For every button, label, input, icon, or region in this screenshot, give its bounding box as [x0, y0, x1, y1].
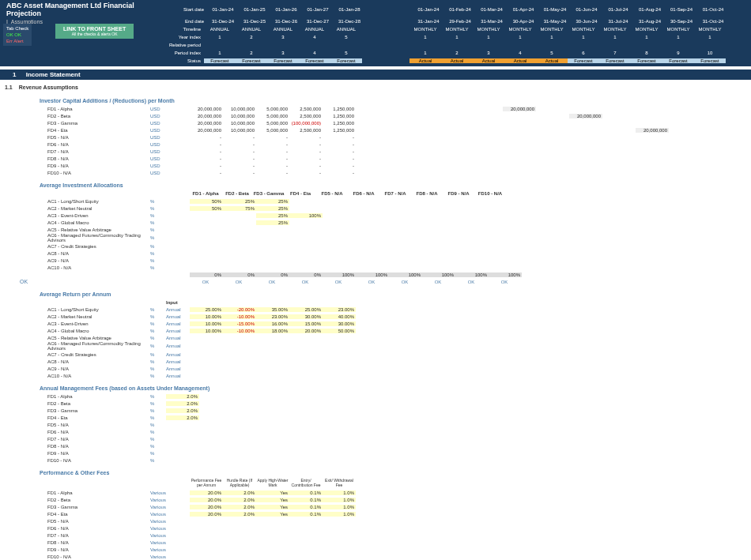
cell[interactable]: 1,250,000 — [323, 128, 356, 133]
cell[interactable]: - — [223, 142, 256, 147]
input-cell[interactable]: 0.1% — [289, 505, 323, 509]
input-cell[interactable]: 25.00% — [289, 307, 323, 312]
cell[interactable]: - — [223, 171, 256, 175]
cell[interactable]: 10,000,000 — [223, 114, 256, 118]
cell[interactable]: - — [323, 163, 356, 168]
cell[interactable]: - — [323, 149, 356, 154]
cell[interactable]: - — [223, 163, 256, 168]
cell[interactable]: 5,000,000 — [256, 107, 289, 111]
cell[interactable]: - — [256, 142, 289, 147]
input-cell[interactable]: 25% — [256, 199, 289, 204]
cell[interactable]: - — [256, 149, 289, 154]
cell[interactable]: - — [223, 135, 256, 140]
input-cell[interactable]: 15.00% — [289, 321, 323, 326]
monthly-cell[interactable]: 20,000,000 — [569, 114, 602, 118]
input-cell[interactable]: 35.00% — [256, 307, 289, 312]
input-cell[interactable]: 20.00% — [289, 329, 323, 333]
input-cell[interactable]: 2.0% — [223, 490, 256, 495]
cell[interactable]: 5,000,000 — [256, 121, 289, 126]
cell[interactable]: - — [289, 142, 323, 147]
input-cell[interactable]: 0.1% — [289, 490, 323, 495]
cell[interactable]: 10,000,000 — [223, 121, 256, 126]
cell[interactable]: 2,500,000 — [289, 114, 323, 118]
input-cell[interactable]: 20.0% — [190, 512, 223, 517]
input-cell[interactable]: 2.0% — [166, 394, 199, 399]
input-cell[interactable]: Yes — [256, 512, 289, 517]
cell[interactable]: - — [256, 171, 289, 175]
input-cell[interactable]: 23.00% — [256, 314, 289, 319]
input-cell[interactable]: 10.00% — [190, 329, 223, 333]
input-cell[interactable]: Yes — [256, 498, 289, 502]
input-cell[interactable]: 30.00% — [289, 314, 323, 319]
cell[interactable]: - — [323, 135, 356, 140]
cell[interactable]: 1,250,000 — [323, 114, 356, 118]
input-cell[interactable]: 50% — [190, 199, 223, 204]
input-cell[interactable]: 20.0% — [190, 490, 223, 495]
input-cell[interactable]: 10.00% — [190, 321, 223, 326]
input-cell[interactable]: 50.00% — [323, 329, 356, 333]
monthly-cell[interactable]: 20,000,000 — [503, 107, 536, 111]
cell[interactable]: - — [289, 156, 323, 161]
input-cell[interactable]: 0.1% — [289, 512, 323, 517]
cell[interactable]: - — [190, 171, 223, 175]
input-cell[interactable]: -10.00% — [223, 314, 256, 319]
input-cell[interactable]: 1.0% — [323, 498, 356, 502]
input-cell[interactable]: 16.00% — [256, 321, 289, 326]
input-cell[interactable]: 100% — [289, 213, 323, 218]
cell[interactable]: 2,500,000 — [289, 107, 323, 111]
cell[interactable]: - — [223, 149, 256, 154]
cell[interactable]: 20,000,000 — [190, 107, 223, 111]
input-cell[interactable]: Yes — [256, 490, 289, 495]
input-cell[interactable]: -20.00% — [223, 307, 256, 312]
cell[interactable]: - — [256, 156, 289, 161]
cell[interactable]: 10,000,000 — [223, 107, 256, 111]
cell[interactable]: - — [190, 156, 223, 161]
input-cell[interactable]: 2.0% — [223, 505, 256, 509]
cell[interactable]: - — [289, 163, 323, 168]
cell[interactable]: 5,000,000 — [256, 114, 289, 118]
cell[interactable]: - — [289, 135, 323, 140]
input-cell[interactable]: -15.00% — [223, 321, 256, 326]
cell[interactable]: - — [223, 156, 256, 161]
cell[interactable]: - — [256, 163, 289, 168]
input-cell[interactable]: 2.0% — [166, 415, 199, 420]
cell[interactable]: - — [190, 135, 223, 140]
input-cell[interactable]: 1.0% — [323, 512, 356, 517]
input-cell[interactable]: 25% — [223, 199, 256, 204]
cell[interactable]: - — [323, 171, 356, 175]
input-cell[interactable]: 23.00% — [323, 307, 356, 312]
input-cell[interactable]: Yes — [256, 505, 289, 509]
input-cell[interactable]: 2.0% — [223, 498, 256, 502]
input-cell[interactable]: 25% — [256, 206, 289, 211]
input-cell[interactable]: 2.0% — [166, 408, 199, 413]
input-cell[interactable]: 10.00% — [190, 314, 223, 319]
input-cell[interactable]: 75% — [223, 206, 256, 211]
input-cell[interactable]: 25% — [256, 220, 289, 225]
cell[interactable]: (100,000,000) — [289, 121, 323, 126]
cell[interactable]: - — [190, 163, 223, 168]
cell[interactable]: 1,250,000 — [323, 107, 356, 111]
input-cell[interactable]: 25% — [256, 213, 289, 218]
cell[interactable]: 20,000,000 — [190, 128, 223, 133]
cell[interactable]: - — [289, 149, 323, 154]
cell[interactable]: - — [256, 135, 289, 140]
cell[interactable]: 10,000,000 — [223, 128, 256, 133]
cell[interactable]: 20,000,000 — [190, 114, 223, 118]
cell[interactable]: 20,000,000 — [190, 121, 223, 126]
cell[interactable]: - — [323, 156, 356, 161]
input-cell[interactable]: 2.0% — [223, 512, 256, 517]
cell[interactable]: - — [190, 149, 223, 154]
link-front-sheet-button[interactable]: LINK TO FRONT SHEETAll the checks & aler… — [55, 24, 134, 39]
input-cell[interactable]: 20.0% — [190, 505, 223, 509]
input-cell[interactable]: -10.00% — [223, 329, 256, 333]
input-cell[interactable]: 1.0% — [323, 490, 356, 495]
input-cell[interactable]: 18.00% — [256, 329, 289, 333]
input-cell[interactable]: 50% — [190, 206, 223, 211]
input-cell[interactable]: 20.0% — [190, 498, 223, 502]
cell[interactable]: 1,250,000 — [323, 121, 356, 126]
input-cell[interactable]: 30.00% — [323, 321, 356, 326]
cell[interactable]: 2,500,000 — [289, 128, 323, 133]
input-cell[interactable]: 1.0% — [323, 505, 356, 509]
input-cell[interactable]: 2.0% — [166, 401, 199, 406]
input-cell[interactable]: 0.1% — [289, 498, 323, 502]
